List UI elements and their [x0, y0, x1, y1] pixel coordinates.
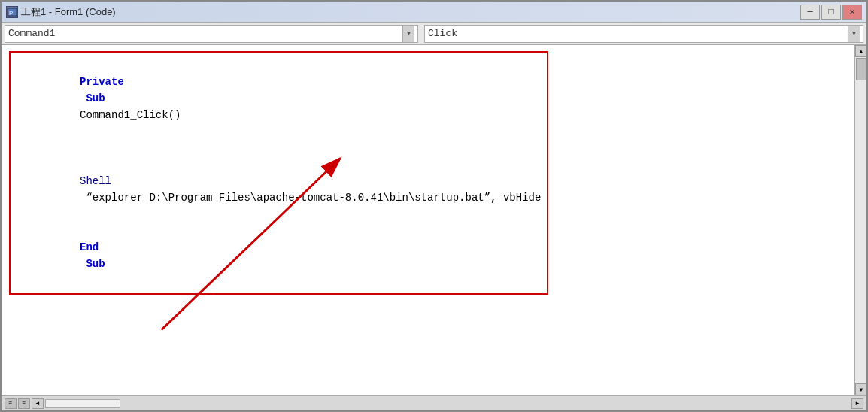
procedure-dropdown-value: Click: [428, 26, 848, 42]
scroll-right-button[interactable]: ►: [851, 398, 863, 409]
vertical-scrollbar[interactable]: ▲ ▼: [854, 45, 866, 395]
keyword-end: End: [80, 241, 99, 253]
toolbar: Command1 ▼ Click ▼: [2, 23, 866, 45]
scroll-track[interactable]: [855, 57, 866, 383]
code-indent: [80, 159, 105, 171]
keyword-sub: Sub: [80, 92, 111, 105]
scroll-down-button[interactable]: ▼: [855, 383, 866, 395]
vb6-window: P 工程1 - Form1 (Code) — □ ✕ Command1 ▼ Cl…: [0, 0, 868, 412]
main-area: Private Sub Command1_Click() Shell “expl…: [2, 45, 866, 395]
status-icon-1: ≡: [5, 398, 17, 409]
highlighted-code-block: Private Sub Command1_Click() Shell “expl…: [9, 51, 548, 295]
horizontal-scroll-track[interactable]: [45, 399, 120, 408]
minimize-button[interactable]: —: [800, 5, 820, 20]
status-icon-2: ≡: [18, 398, 30, 409]
app-icon: P: [6, 6, 18, 18]
keyword-shell: Shell: [80, 175, 111, 187]
scroll-thumb[interactable]: [856, 58, 866, 80]
code-line-1: Private Sub Command1_Click(): [17, 57, 541, 140]
keyword-sub2: Sub: [80, 258, 105, 270]
code-line-3: End Sub: [17, 223, 541, 289]
window-title: 工程1 - Form1 (Code): [21, 5, 800, 19]
keyword-private: Private: [80, 76, 124, 88]
title-bar: P 工程1 - Form1 (Code) — □ ✕: [2, 2, 866, 23]
close-button[interactable]: ✕: [842, 5, 862, 20]
procedure-dropdown-arrow[interactable]: ▼: [848, 26, 860, 42]
object-dropdown[interactable]: Command1 ▼: [5, 25, 418, 43]
scroll-left-button[interactable]: ◄: [32, 398, 44, 409]
maximize-button[interactable]: □: [821, 5, 841, 20]
status-bar: ≡ ≡ ◄ ►: [2, 395, 866, 410]
code-line-2: Shell “explorer D:\Program Files\apache-…: [17, 140, 541, 223]
code-editor[interactable]: Private Sub Command1_Click() Shell “expl…: [2, 45, 854, 395]
svg-text:P: P: [9, 10, 13, 17]
scroll-up-button[interactable]: ▲: [855, 45, 866, 57]
window-controls: — □ ✕: [800, 5, 862, 20]
object-dropdown-value: Command1: [8, 26, 402, 42]
code-sub-name: Command1_Click(): [80, 109, 181, 121]
procedure-dropdown[interactable]: Click ▼: [424, 25, 863, 43]
object-dropdown-arrow[interactable]: ▼: [402, 26, 414, 42]
status-right: ►: [120, 398, 863, 409]
status-left: ≡ ≡ ◄: [5, 398, 120, 409]
code-shell-args: “explorer D:\Program Files\apache-tomcat…: [80, 192, 541, 204]
